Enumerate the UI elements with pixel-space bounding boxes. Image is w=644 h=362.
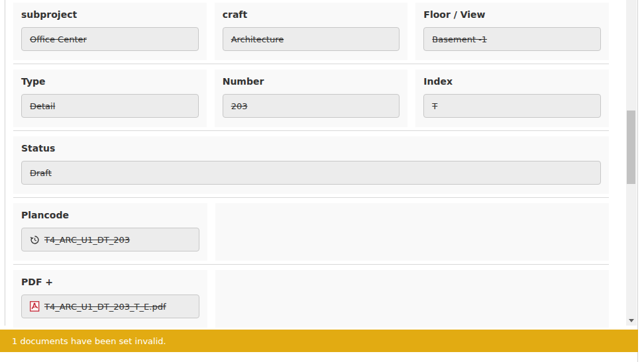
plancode-input[interactable]: T4_ARC_U1_DT_203	[21, 228, 199, 251]
status-input[interactable]: Draft	[21, 161, 601, 185]
craft-value: Architecture	[231, 34, 284, 44]
form-row-5: PDF + T4_ARC_U1_DT_203_T_E.pdf	[13, 270, 609, 328]
panel-left-border	[5, 0, 5, 326]
type-label: Type	[21, 76, 199, 87]
index-value: T	[432, 101, 437, 111]
chevron-down-icon	[629, 319, 634, 322]
subproject-label: subproject	[21, 9, 199, 20]
toast-message: 1 documents have been set invalid.	[12, 336, 166, 346]
status-value: Draft	[30, 168, 52, 178]
plancode-value: T4_ARC_U1_DT_203	[44, 235, 130, 245]
panel-right-border	[637, 0, 638, 362]
index-label: Index	[423, 76, 601, 87]
document-details-panel: subproject Office Center craft Architect…	[0, 0, 644, 362]
craft-input[interactable]: Architecture	[223, 27, 400, 51]
field-type: Type Detail	[13, 69, 207, 127]
subproject-value: Office Center	[30, 34, 87, 44]
type-value: Detail	[30, 101, 55, 111]
craft-label: craft	[223, 9, 400, 20]
row-divider	[13, 60, 609, 64]
field-pdf: PDF + T4_ARC_U1_DT_203_T_E.pdf	[13, 270, 207, 328]
pdf-label: PDF +	[21, 277, 199, 287]
floor-view-value: Basement -1	[432, 34, 487, 44]
scrollbar-down-button[interactable]	[626, 315, 637, 326]
field-plancode: Plancode T4_ARC_U1_DT_203	[13, 203, 207, 261]
field-index: Index T	[415, 69, 609, 127]
floor-view-input[interactable]: Basement -1	[423, 27, 601, 51]
scrollbar-thumb[interactable]	[627, 111, 635, 184]
number-input[interactable]: 203	[223, 94, 400, 118]
subproject-input[interactable]: Office Center	[21, 27, 199, 51]
status-label: Status	[21, 143, 601, 154]
field-number: Number 203	[215, 69, 408, 127]
index-input[interactable]: T	[423, 94, 601, 118]
form-row-3: Status Draft	[13, 136, 609, 194]
field-craft: craft Architecture	[215, 3, 408, 60]
form-row-4: Plancode T4_ARC_U1_DT_203	[13, 203, 609, 261]
form-row-2: Type Detail Number 203 Index T	[13, 69, 609, 127]
number-value: 203	[231, 101, 248, 111]
field-floor-view: Floor / View Basement -1	[415, 3, 609, 60]
empty-card	[215, 270, 609, 328]
invalid-documents-toast: 1 documents have been set invalid.	[0, 330, 638, 352]
field-status: Status Draft	[13, 136, 609, 194]
number-label: Number	[223, 76, 400, 87]
pdf-input[interactable]: T4_ARC_U1_DT_203_T_E.pdf	[21, 294, 199, 318]
row-divider	[13, 194, 609, 198]
pdf-filename[interactable]: T4_ARC_U1_DT_203_T_E.pdf	[44, 302, 166, 312]
floor-view-label: Floor / View	[423, 9, 601, 20]
pdf-file-icon	[30, 301, 40, 312]
row-divider	[13, 127, 609, 131]
form-row-1: subproject Office Center craft Architect…	[13, 3, 609, 60]
field-subproject: subproject Office Center	[13, 3, 207, 60]
vertical-scrollbar[interactable]	[626, 0, 637, 326]
document-form: subproject Office Center craft Architect…	[13, 3, 609, 328]
history-icon	[30, 235, 40, 245]
type-input[interactable]: Detail	[21, 94, 199, 118]
empty-card	[215, 203, 609, 261]
row-divider	[13, 261, 609, 265]
plancode-label: Plancode	[21, 210, 199, 220]
